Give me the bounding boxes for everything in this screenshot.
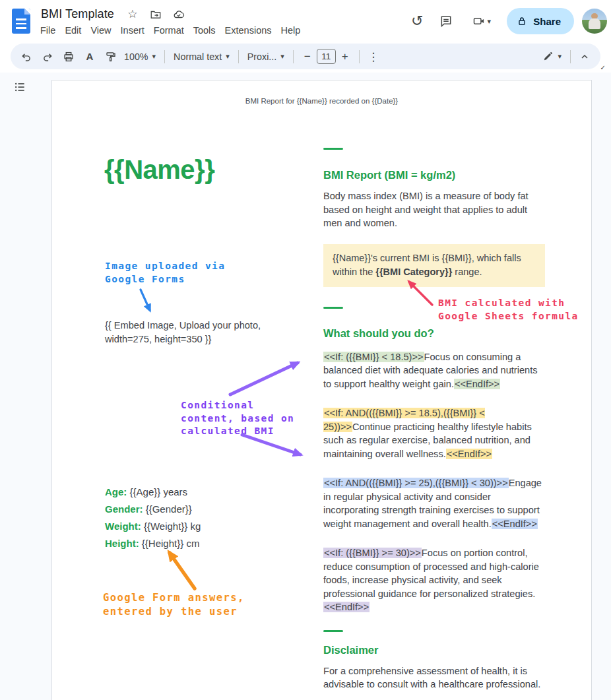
- menu-item-insert[interactable]: Insert: [116, 23, 149, 38]
- menu-item-file[interactable]: File: [36, 23, 60, 38]
- document-outline-icon[interactable]: [11, 79, 28, 96]
- disclaimer-heading: Disclaimer: [323, 643, 545, 656]
- star-icon[interactable]: ☆: [125, 7, 140, 22]
- redo-button[interactable]: [38, 48, 57, 66]
- undo-button[interactable]: [17, 48, 36, 66]
- video-call-icon[interactable]: ▾: [462, 8, 500, 34]
- text-segment: range.: [452, 267, 482, 277]
- stat-value: {{Age}} years: [127, 486, 187, 497]
- conditional-paragraph: <<If: ({{BMI}} >= 30)>>Focus on portion …: [323, 546, 545, 614]
- collapse-toolbar-icon[interactable]: [575, 48, 594, 66]
- chevron-down-icon: ▾: [488, 17, 492, 26]
- lock-icon: [517, 16, 527, 26]
- version-history-icon[interactable]: ↺: [404, 8, 430, 34]
- pencil-icon: [542, 51, 554, 62]
- chevron-down-icon: ▾: [226, 52, 230, 61]
- report-column: BMI Report (BMI = kg/m2) Body mass index…: [323, 148, 545, 691]
- toolbar: A ✓ 100%▾ Normal text▾ Proxi...▾ − 11 + …: [11, 44, 600, 69]
- google-docs-logo-icon[interactable]: [12, 9, 30, 34]
- toolbar-divider: [359, 50, 360, 63]
- merge-tag: <<EndIf>>: [446, 449, 492, 459]
- embed-image-placeholder: {{ Embed Image, Upload your photo, width…: [105, 319, 261, 346]
- print-button[interactable]: [59, 48, 78, 66]
- chevron-down-icon: ▾: [280, 52, 284, 61]
- comments-icon[interactable]: [433, 8, 459, 34]
- paint-format-button[interactable]: [102, 48, 120, 66]
- decrease-font-size-button[interactable]: −: [298, 48, 317, 66]
- share-button-label: Share: [533, 16, 561, 27]
- editing-mode-select[interactable]: ▾: [538, 48, 565, 66]
- toolbar-divider: [570, 50, 571, 63]
- merge-tag: <<If: ({{BMI}} < 18.5)>>: [323, 352, 424, 362]
- font-family-select[interactable]: Proxi...▾: [243, 48, 288, 66]
- increase-font-size-button[interactable]: +: [336, 48, 354, 66]
- conditional-paragraph: <<If: AND(({{BMI}} >= 25),({{BMI}} < 30)…: [323, 476, 545, 530]
- more-options-icon[interactable]: ⋮: [364, 48, 383, 66]
- chevron-down-icon: ▾: [558, 52, 562, 61]
- font-size-input[interactable]: 11: [317, 49, 336, 64]
- menu-bar: FileEditViewInsertFormatToolsExtensionsH…: [36, 23, 305, 38]
- merge-tag: <<EndIf>>: [454, 379, 500, 389]
- toolbar-divider: [164, 50, 165, 63]
- menu-item-extensions[interactable]: Extensions: [220, 23, 276, 38]
- purple-arrow-up: [226, 354, 312, 401]
- stat-label: Age:: [105, 486, 127, 497]
- toolbar-divider: [293, 50, 294, 63]
- google-docs-app: BMI Template ☆ FileEditViewInsertFormatT…: [0, 0, 611, 700]
- share-button[interactable]: Share: [507, 8, 574, 34]
- name-placeholder-heading: {{Name}}: [104, 155, 214, 185]
- zoom-select[interactable]: 100%▾: [120, 48, 160, 66]
- stat-label: Gender:: [105, 503, 143, 515]
- app-header: BMI Template ☆ FileEditViewInsertFormatT…: [0, 0, 611, 42]
- stat-line: Weight: {{Weight}} kg: [105, 518, 201, 535]
- merge-tag: <<EndIf>>: [492, 519, 538, 529]
- orange-arrow: [158, 542, 205, 596]
- menu-item-help[interactable]: Help: [276, 23, 306, 38]
- stat-label: Height:: [105, 538, 139, 549]
- menu-item-view[interactable]: View: [86, 23, 115, 38]
- paragraph-style-select[interactable]: Normal text▾: [170, 48, 234, 66]
- red-arrow: [399, 273, 443, 311]
- cloud-saved-icon[interactable]: [172, 7, 186, 22]
- purple-arrow-down: [238, 430, 315, 464]
- conditional-blocks: <<If: ({{BMI}} < 18.5)>>Focus on consumi…: [323, 350, 545, 614]
- green-divider: [323, 630, 343, 632]
- chevron-down-icon: ▾: [152, 52, 156, 61]
- menu-item-tools[interactable]: Tools: [189, 23, 220, 38]
- merge-tag: <<If: AND(({{BMI}} >= 25),({{BMI}} < 30)…: [323, 478, 509, 488]
- condition-text: Continue practicing healthy lifestyle ha…: [323, 422, 532, 459]
- disclaimer-body: For a comprehensive assessment of health…: [323, 664, 545, 691]
- stat-value: {{Weight}} kg: [141, 521, 201, 532]
- menu-item-edit[interactable]: Edit: [60, 23, 86, 38]
- merge-tag: <<EndIf>>: [323, 602, 370, 612]
- stat-line: Age: {{Age}} years: [105, 484, 201, 501]
- blue-arrow: [137, 286, 163, 319]
- what-heading: What should you do?: [323, 327, 545, 340]
- conditional-paragraph: <<If: ({{BMI}} < 18.5)>>Focus on consumi…: [323, 350, 545, 391]
- report-heading: BMI Report (BMI = kg/m2): [323, 168, 545, 181]
- conditional-paragraph: <<If: AND(({{BMI}} >= 18.5),({{BMI}} < 2…: [323, 406, 545, 461]
- green-divider: [323, 148, 343, 150]
- annotation-bmi-formula: BMI calculated with Google Sheets formul…: [438, 297, 579, 323]
- move-folder-icon[interactable]: [148, 7, 163, 22]
- green-divider: [323, 307, 343, 309]
- spellcheck-button[interactable]: A ✓: [80, 48, 99, 66]
- account-avatar[interactable]: [582, 9, 607, 34]
- document-title[interactable]: BMI Template: [38, 6, 117, 22]
- menu-item-format[interactable]: Format: [149, 23, 189, 38]
- annotation-form-answers: Google Form answers, entered by the user: [103, 591, 245, 618]
- page-header-text: BMI Report for {{Name}} recorded on {{Da…: [52, 97, 591, 105]
- stat-line: Gender: {{Gender}}: [105, 501, 201, 518]
- document-page: BMI Report for {{Name}} recorded on {{Da…: [51, 80, 592, 700]
- annotation-image-upload: Image uploaded via Google Forms: [105, 260, 225, 286]
- stat-label: Weight:: [105, 521, 141, 532]
- report-body: Body mass index (BMI) is a measure of bo…: [323, 189, 545, 230]
- stat-value: {{Gender}}: [143, 503, 192, 515]
- merge-tag: <<If: ({{BMI}} >= 30)>>: [323, 548, 422, 558]
- toolbar-divider: [238, 50, 239, 63]
